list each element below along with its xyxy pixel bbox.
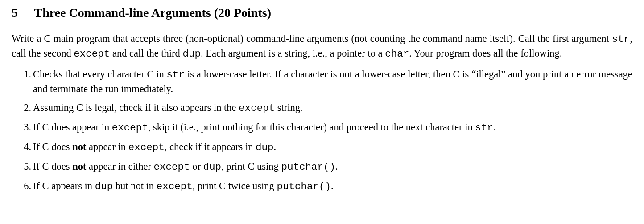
code-str: str: [167, 69, 185, 81]
code-dup: dup: [256, 142, 274, 153]
code-str: str: [612, 33, 630, 45]
code-except: except: [112, 122, 148, 134]
item-text: , check if it appears in: [165, 141, 256, 152]
code-char: char: [385, 48, 409, 60]
code-putchar: putchar(): [277, 181, 331, 192]
list-item: Checks that every character C in str is …: [33, 67, 632, 96]
list-item: If C does not appear in either except or…: [33, 159, 632, 174]
item-text: .: [331, 180, 334, 191]
intro-text: and call the third: [110, 48, 182, 59]
intro-text: Write a C main program that accepts thre…: [12, 33, 612, 44]
code-except: except: [157, 181, 193, 192]
item-text: If C does: [33, 161, 72, 172]
code-except: except: [154, 161, 190, 173]
section-title-pre: Three Command-line Arguments (: [34, 6, 218, 20]
item-text: Assuming C is legal, check if it also ap…: [33, 102, 239, 113]
code-dup: dup: [182, 48, 201, 60]
code-str: str: [475, 122, 493, 134]
code-except: except: [128, 142, 165, 153]
list-item: If C appears in dup but not in except, p…: [33, 179, 632, 194]
bold-not: not: [72, 141, 86, 152]
item-text: , print C using: [221, 161, 281, 172]
item-text: .: [274, 141, 277, 152]
item-text: .: [493, 122, 496, 133]
item-text: string.: [275, 102, 303, 113]
list-item: If C does not appear in except, check if…: [33, 140, 632, 155]
item-text: Checks that every character C in: [33, 69, 167, 80]
item-text: , skip it (i.e., print nothing for this …: [148, 122, 475, 133]
item-text: If C does: [33, 141, 72, 152]
item-text: .: [335, 161, 338, 172]
item-text: appear in either: [86, 161, 153, 172]
intro-text: . Each argument is a string, i.e., a poi…: [201, 48, 385, 59]
item-text: , print C twice using: [193, 180, 277, 191]
bold-not: not: [72, 161, 86, 172]
item-text: or: [190, 161, 203, 172]
item-text: but not in: [113, 180, 157, 191]
list-item: If C does appear in except, skip it (i.e…: [33, 120, 632, 135]
code-dup: dup: [95, 181, 113, 192]
section-number: 5: [12, 4, 31, 22]
problem-intro: Write a C main program that accepts thre…: [12, 32, 632, 61]
list-item: Assuming C is legal, check if it also ap…: [33, 101, 632, 115]
section-heading: 5 Three Command-line Arguments (20 Point…: [12, 4, 632, 22]
intro-text: . Your program does all the following.: [409, 48, 562, 59]
code-dup: dup: [203, 161, 222, 173]
code-putchar: putchar(): [281, 161, 335, 173]
section-points: 20 Points: [218, 6, 267, 20]
code-except: except: [239, 102, 275, 114]
item-text: If C appears in: [33, 180, 95, 191]
item-text: If C does appear in: [33, 122, 112, 133]
item-text: appear in: [86, 141, 128, 152]
section-title-post: ): [267, 6, 271, 20]
code-except: except: [74, 48, 110, 60]
requirement-list: Checks that every character C in str is …: [12, 67, 632, 194]
